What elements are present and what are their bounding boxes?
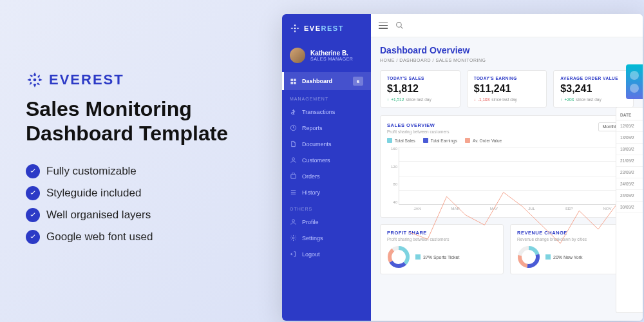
sidebar-item-reports[interactable]: Reports bbox=[282, 120, 371, 136]
date-row[interactable]: 23/09/2 bbox=[616, 167, 643, 178]
sidebar-item-customers[interactable]: Customers bbox=[282, 152, 371, 168]
stat-value: $3,241 bbox=[560, 83, 627, 95]
legend-item: Av. Order Value bbox=[465, 138, 502, 143]
arrow-up-icon: ↑ bbox=[387, 97, 389, 102]
sidebar-item-transactions[interactable]: Transactions bbox=[282, 104, 371, 120]
date-row[interactable]: 13/09/2 bbox=[616, 132, 643, 144]
brand-text: EVEREST bbox=[304, 24, 344, 32]
profit-share-card: PROFIT SHARE Profit sharing between cust… bbox=[380, 224, 504, 274]
feature-item: Styleguide included bbox=[26, 186, 258, 200]
stat-card-earning: TODAY'S EARNING $11,241 ↓-1,103since las… bbox=[467, 70, 547, 108]
clock-icon bbox=[290, 124, 297, 131]
date-row[interactable]: 24/09/2 bbox=[616, 190, 643, 202]
donut-label: 37% Sports Ticket bbox=[415, 254, 459, 260]
page-title: Dashboard Overview bbox=[380, 45, 634, 55]
sidebar-logo[interactable]: EVEREST bbox=[282, 14, 371, 43]
feature-item: Google web font used bbox=[26, 230, 258, 244]
stat-card-aov: AVERAGE ORDER VALUE $3,241 ↑+203since la… bbox=[553, 70, 634, 108]
search-icon[interactable] bbox=[395, 21, 404, 30]
legend-swatch bbox=[465, 138, 470, 143]
stat-delta: ↓-1,103since last day bbox=[474, 97, 540, 102]
donut-label: 20% New York bbox=[545, 254, 583, 260]
sidebar-item-documents[interactable]: Documents bbox=[282, 136, 371, 152]
svg-point-11 bbox=[397, 23, 402, 28]
y-axis: 1601208040 bbox=[388, 147, 397, 204]
arrow-up-icon: ↑ bbox=[560, 97, 562, 102]
user-block[interactable]: Katherine B. SALES MANAGER bbox=[282, 43, 371, 72]
legend-item: Total Earnings bbox=[423, 138, 457, 143]
chart-subtitle: Profit sharing between customers bbox=[387, 129, 449, 134]
promo-title: Sales Monitoring Dashboard Template bbox=[26, 97, 258, 146]
chart-legend: Total Sales Total Earnings Av. Order Val… bbox=[387, 138, 627, 143]
date-row[interactable]: 30/09/2 bbox=[616, 202, 643, 213]
gear-icon bbox=[290, 234, 297, 242]
dollar-icon bbox=[290, 108, 297, 115]
date-row[interactable]: 18/09/2 bbox=[616, 144, 643, 155]
feature-item: Fully customizable bbox=[26, 164, 258, 178]
chart-icon bbox=[630, 84, 639, 93]
topbar bbox=[371, 14, 643, 37]
sidebar-item-history[interactable]: History bbox=[282, 184, 371, 200]
legend-swatch bbox=[423, 138, 428, 143]
stat-value: $11,241 bbox=[474, 83, 540, 95]
sales-overview-card: SALES OVERVIEW Profit sharing between cu… bbox=[380, 115, 634, 218]
date-row[interactable]: 24/09/2 bbox=[616, 178, 643, 190]
nav-label: Dashboard bbox=[302, 78, 332, 84]
user-role: SALES MANAGER bbox=[310, 57, 353, 61]
card-title: PROFIT SHARE bbox=[387, 230, 497, 236]
profile-icon bbox=[290, 218, 297, 225]
logout-icon bbox=[290, 251, 297, 258]
sidebar-item-logout[interactable]: Logout bbox=[282, 246, 371, 262]
nav-label: Logout bbox=[302, 251, 320, 258]
date-row[interactable]: 12/09/2 bbox=[616, 120, 643, 132]
svg-rect-5 bbox=[294, 81, 296, 84]
side-strip: DATE 12/09/213/09/218/09/221/09/223/09/2… bbox=[616, 107, 643, 313]
nav-label: Reports bbox=[302, 125, 323, 131]
avatar bbox=[290, 48, 305, 63]
check-icon bbox=[26, 164, 40, 178]
content: Dashboard Overview HOME / DASHBOARD / SA… bbox=[371, 37, 643, 282]
sidebar: EVEREST Katherine B. SALES MANAGER Dashb… bbox=[282, 14, 371, 321]
sidebar-item-orders[interactable]: Orders bbox=[282, 168, 371, 184]
document-icon bbox=[290, 140, 297, 147]
stat-label: TODAY'S SALES bbox=[387, 76, 453, 80]
sidebar-item-profile[interactable]: Profile bbox=[282, 214, 371, 230]
snowflake-icon bbox=[290, 23, 300, 33]
nav-label: Profile bbox=[302, 219, 319, 225]
user-icon bbox=[290, 156, 297, 164]
main: Dashboard Overview HOME / DASHBOARD / SA… bbox=[371, 14, 643, 321]
card-subtitle: Revenue change breakdown by cities bbox=[517, 237, 627, 242]
svg-point-9 bbox=[292, 220, 295, 222]
nav-label: Transactions bbox=[302, 109, 335, 115]
sidebar-item-settings[interactable]: Settings bbox=[282, 230, 371, 246]
strip-header: DATE bbox=[616, 108, 643, 120]
feature-item: Well organised layers bbox=[26, 208, 258, 222]
nav-label: Documents bbox=[302, 141, 332, 147]
svg-point-0 bbox=[33, 79, 37, 82]
side-panel-toggle[interactable] bbox=[626, 64, 643, 99]
snowflake-icon bbox=[26, 71, 44, 89]
check-icon bbox=[26, 208, 40, 222]
svg-rect-3 bbox=[294, 79, 296, 81]
svg-point-1 bbox=[294, 28, 296, 30]
svg-rect-8 bbox=[291, 175, 296, 178]
nav-section-management: MANAGEMENT bbox=[282, 90, 371, 104]
chart-canvas: 1601208040 bbox=[399, 147, 627, 205]
stat-delta: ↑+203since last day bbox=[560, 97, 627, 102]
stat-label: AVERAGE ORDER VALUE bbox=[560, 76, 627, 80]
svg-point-10 bbox=[292, 237, 294, 239]
date-row[interactable]: 21/09/2 bbox=[616, 155, 643, 167]
svg-rect-2 bbox=[290, 79, 293, 81]
card-subtitle: Profit sharing between customers bbox=[387, 237, 497, 242]
cart-icon bbox=[290, 173, 297, 180]
nav-badge: 6 bbox=[353, 77, 363, 86]
svg-rect-4 bbox=[290, 81, 293, 84]
sidebar-item-dashboard[interactable]: Dashboard 6 bbox=[282, 72, 371, 90]
promo-brand: EVEREST bbox=[26, 71, 258, 89]
nav-label: Customers bbox=[302, 157, 330, 164]
chart-title: SALES OVERVIEW bbox=[387, 122, 449, 128]
nav-label: Orders bbox=[302, 173, 320, 180]
legend-item: Total Sales bbox=[387, 138, 415, 143]
menu-toggle-icon[interactable] bbox=[379, 23, 388, 29]
donut-chart bbox=[387, 245, 410, 269]
